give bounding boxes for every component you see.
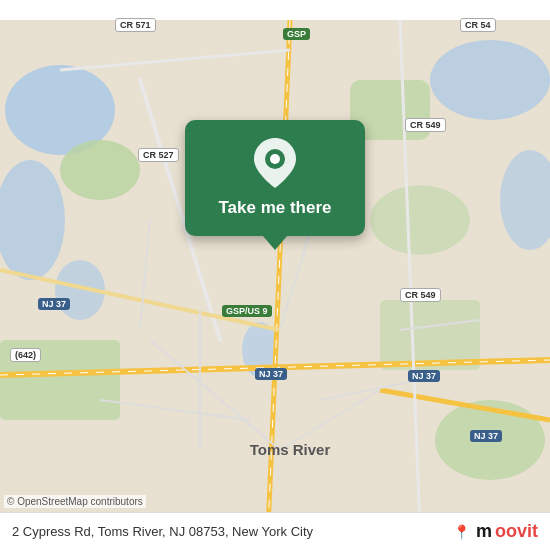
badge-cr540: CR 54 <box>460 18 496 32</box>
moovit-logo-rest: oovit <box>495 521 538 542</box>
popup-card[interactable]: Take me there <box>185 120 365 236</box>
svg-point-8 <box>370 185 470 255</box>
badge-nj37-right: NJ 37 <box>408 370 440 382</box>
badge-642: (642) <box>10 348 41 362</box>
badge-nj37-left: NJ 37 <box>38 298 70 310</box>
badge-cr549-mid: CR 549 <box>400 288 441 302</box>
map-background: Toms River <box>0 0 550 550</box>
take-me-there-button[interactable]: Take me there <box>218 198 331 218</box>
badge-nj37-btm: NJ 37 <box>470 430 502 442</box>
address-text: 2 Cypress Rd, Toms River, NJ 08753, New … <box>12 524 313 539</box>
svg-text:Toms River: Toms River <box>250 441 331 458</box>
svg-point-4 <box>430 40 550 120</box>
badge-cr527: CR 527 <box>138 148 179 162</box>
badge-gsp-mid: GSP/US 9 <box>222 305 272 317</box>
badge-nj37-mid: NJ 37 <box>255 368 287 380</box>
svg-point-6 <box>60 140 140 200</box>
location-pin-icon <box>254 138 296 188</box>
moovit-logo-m: m <box>476 521 492 542</box>
moovit-pin-icon: 📍 <box>453 524 470 540</box>
map-container: Toms River CR 571 GSP CR 54 CR 527 CR 54… <box>0 0 550 550</box>
bottom-bar: 2 Cypress Rd, Toms River, NJ 08753, New … <box>0 512 550 550</box>
badge-gsp-top: GSP <box>283 28 310 40</box>
svg-point-32 <box>270 154 280 164</box>
osm-attribution: © OpenStreetMap contributors <box>4 495 146 508</box>
moovit-logo: 📍 moovit <box>453 521 538 542</box>
badge-cr571: CR 571 <box>115 18 156 32</box>
badge-cr549-top: CR 549 <box>405 118 446 132</box>
